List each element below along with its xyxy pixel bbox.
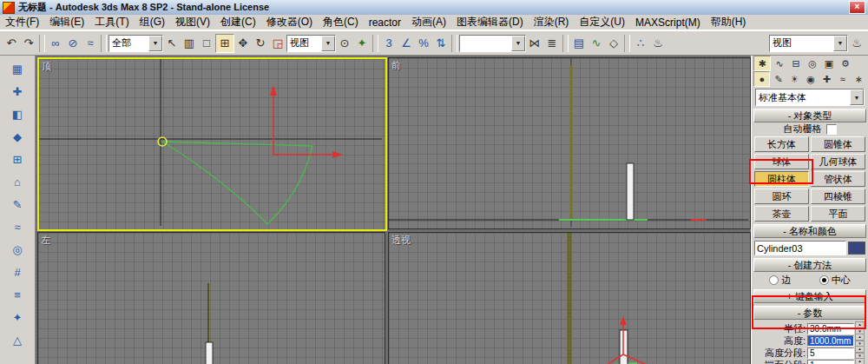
quick-render-icon[interactable]: ♨ bbox=[848, 35, 865, 52]
viewport-left-label[interactable]: 左 bbox=[41, 234, 50, 247]
hierarchy-tab-icon[interactable]: ⊟ bbox=[788, 56, 804, 70]
menu-create[interactable]: 创建(C) bbox=[215, 15, 261, 30]
line-spline-object[interactable] bbox=[568, 233, 571, 364]
material-editor-icon[interactable]: ∴ bbox=[632, 35, 649, 52]
reactor-toolbar-icon[interactable]: ▦ bbox=[9, 60, 26, 77]
rect-selection-region-icon[interactable]: □ bbox=[198, 35, 215, 52]
bind-to-space-warp-icon[interactable]: ≈ bbox=[82, 35, 99, 52]
dropdown-arrow-icon[interactable]: ▼ bbox=[850, 89, 864, 105]
utilities-tab-icon[interactable]: ⚙ bbox=[838, 56, 853, 70]
menu-maxscript[interactable]: MAXScript(M) bbox=[630, 17, 706, 29]
viewport-perspective-label[interactable]: 透视 bbox=[391, 234, 411, 247]
pyramid-button[interactable]: 四棱锥 bbox=[811, 189, 865, 204]
menu-views[interactable]: 视图(V) bbox=[170, 15, 215, 30]
reactor-toolbar-icon[interactable]: ≡ bbox=[9, 286, 26, 303]
menu-animation[interactable]: 动画(A) bbox=[406, 15, 451, 30]
cylinder-button[interactable]: 圆柱体 bbox=[754, 171, 809, 187]
snap-toggle-3d-icon[interactable]: 3 bbox=[380, 35, 398, 52]
viewport-top-label[interactable]: 顶 bbox=[42, 60, 51, 73]
systems-category-icon[interactable]: ∗ bbox=[852, 72, 866, 86]
menu-reactor[interactable]: reactor bbox=[364, 17, 406, 29]
height-segments-field[interactable]: 5 bbox=[807, 347, 854, 359]
lights-category-icon[interactable]: ☀ bbox=[787, 72, 802, 86]
torus-button[interactable]: 圆环 bbox=[754, 189, 809, 204]
rollout-keyboard-entry[interactable]: + 键盘输入 bbox=[753, 289, 866, 303]
layer-manager-icon[interactable]: ▤ bbox=[570, 35, 588, 52]
render-preset-dropdown[interactable]: 视图 ▼ bbox=[769, 35, 848, 52]
helpers-category-icon[interactable]: ✚ bbox=[819, 72, 834, 86]
viewport-left[interactable]: 左 bbox=[37, 232, 385, 364]
space-warps-category-icon[interactable]: ≈ bbox=[835, 72, 850, 86]
cone-button[interactable]: 圆锥体 bbox=[811, 136, 865, 152]
geosphere-button[interactable]: 几何球体 bbox=[811, 154, 865, 169]
dropdown-arrow-icon[interactable]: ▼ bbox=[833, 36, 847, 51]
primitive-category-dropdown[interactable]: 标准基本体 ▼ bbox=[755, 89, 865, 106]
modify-tab-icon[interactable]: ∿ bbox=[772, 56, 787, 70]
schematic-view-icon[interactable]: ◇ bbox=[605, 35, 622, 52]
rollout-object-type[interactable]: - 对象类型 bbox=[753, 109, 866, 122]
spinner-up-icon[interactable]: ▴ bbox=[855, 358, 865, 364]
shapes-category-icon[interactable]: ✎ bbox=[771, 72, 786, 86]
selection-filter-dropdown[interactable]: 全部 ▼ bbox=[108, 35, 163, 52]
undo-icon[interactable]: ↶ bbox=[3, 35, 20, 52]
cylinder-object[interactable] bbox=[627, 163, 634, 220]
mirror-icon[interactable]: ⋈ bbox=[526, 35, 543, 52]
render-scene-icon[interactable]: ♨ bbox=[649, 35, 667, 52]
select-and-link-icon[interactable]: ∞ bbox=[47, 35, 64, 52]
menu-tools[interactable]: 工具(T) bbox=[89, 15, 134, 30]
tube-button[interactable]: 管状体 bbox=[811, 171, 865, 187]
percent-snap-icon[interactable]: % bbox=[415, 35, 432, 52]
reactor-toolbar-icon[interactable]: ◎ bbox=[9, 241, 26, 258]
center-radio[interactable]: 中心 bbox=[819, 274, 851, 287]
object-name-field[interactable] bbox=[754, 241, 846, 255]
teapot-button[interactable]: 茶壶 bbox=[754, 206, 809, 222]
autogrid-checkbox[interactable] bbox=[826, 124, 837, 135]
use-center-icon[interactable]: ⊙ bbox=[336, 35, 353, 52]
reactor-toolbar-icon[interactable]: ✚ bbox=[9, 83, 26, 100]
menu-help[interactable]: 帮助(H) bbox=[706, 15, 752, 30]
cameras-category-icon[interactable]: ◉ bbox=[803, 72, 818, 86]
menu-graph-editors[interactable]: 图表编辑器(D) bbox=[451, 15, 529, 30]
menu-edit[interactable]: 编辑(E) bbox=[44, 15, 89, 30]
motion-tab-icon[interactable]: ◎ bbox=[805, 56, 820, 70]
rollout-name-color[interactable]: - 名称和颜色 bbox=[753, 224, 866, 238]
select-and-rotate-icon[interactable]: ↻ bbox=[252, 35, 269, 52]
select-by-name-icon[interactable]: ▥ bbox=[181, 35, 198, 52]
viewport-front-label[interactable]: 前 bbox=[391, 59, 401, 72]
create-tab-icon[interactable]: ✱ bbox=[753, 56, 771, 71]
curve-editor-icon[interactable]: ∿ bbox=[588, 35, 605, 52]
spinner-up-icon[interactable]: ▴ bbox=[855, 334, 865, 341]
cap-segments-field[interactable]: 1 bbox=[807, 360, 854, 364]
gizmo-x-arrow[interactable] bbox=[595, 354, 623, 364]
reactor-toolbar-icon[interactable]: △ bbox=[9, 331, 26, 348]
reactor-toolbar-icon[interactable]: # bbox=[9, 263, 26, 281]
menu-file[interactable]: 文件(F) bbox=[0, 15, 44, 30]
named-selection-sets-dropdown[interactable]: ▼ bbox=[459, 35, 526, 52]
dropdown-arrow-icon[interactable]: ▼ bbox=[511, 36, 525, 51]
edge-radio[interactable]: 边 bbox=[769, 274, 791, 287]
display-tab-icon[interactable]: ▣ bbox=[821, 56, 837, 70]
spinner-up-icon[interactable]: ▴ bbox=[855, 321, 865, 328]
height-field[interactable]: 1000.0mm bbox=[807, 335, 854, 347]
reactor-toolbar-icon[interactable]: ⊞ bbox=[9, 150, 26, 168]
viewport-perspective[interactable]: 透视 bbox=[388, 232, 751, 364]
menu-character[interactable]: 角色(C) bbox=[318, 15, 364, 30]
reactor-toolbar-icon[interactable]: ✦ bbox=[9, 308, 26, 326]
radius-field[interactable]: 30.0mm bbox=[807, 323, 854, 334]
dropdown-arrow-icon[interactable]: ▼ bbox=[321, 36, 335, 51]
reactor-toolbar-icon[interactable]: ◆ bbox=[9, 128, 26, 145]
menu-rendering[interactable]: 渲染(R) bbox=[529, 15, 575, 30]
geometry-category-icon[interactable]: ● bbox=[753, 71, 770, 87]
select-object-icon[interactable]: ↖ bbox=[163, 35, 181, 52]
object-color-swatch[interactable] bbox=[848, 242, 865, 255]
spinner-snap-icon[interactable]: ⇅ bbox=[432, 35, 450, 52]
viewport-top[interactable]: 顶 bbox=[37, 57, 387, 231]
viewport-front[interactable]: 前 bbox=[388, 57, 751, 229]
spinner-up-icon[interactable]: ▴ bbox=[855, 346, 865, 353]
rollout-parameters[interactable]: - 参数 bbox=[753, 306, 866, 320]
reactor-toolbar-icon[interactable]: ⌂ bbox=[9, 173, 26, 190]
box-button[interactable]: 长方体 bbox=[754, 136, 809, 152]
menu-modifiers[interactable]: 修改器(O) bbox=[261, 15, 318, 30]
redo-icon[interactable]: ↷ bbox=[20, 35, 37, 52]
reactor-toolbar-icon[interactable]: ◧ bbox=[9, 105, 26, 122]
